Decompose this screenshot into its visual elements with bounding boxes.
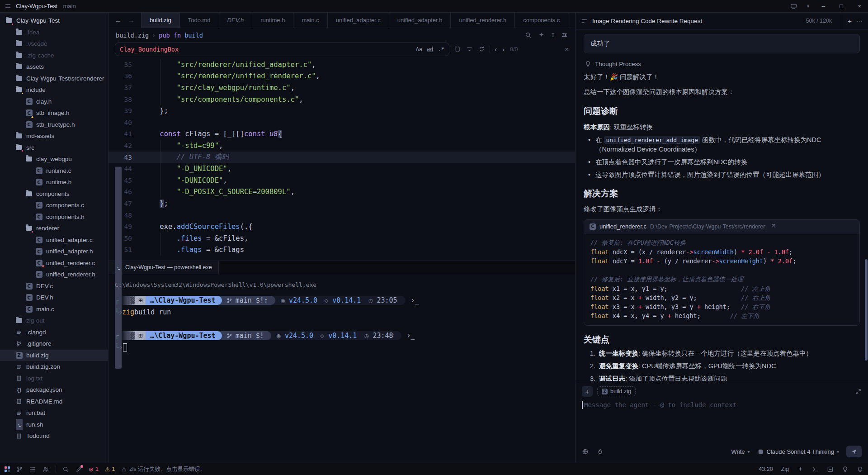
warning-count[interactable]: ⚠1 [105, 466, 115, 473]
terminal-toggle-icon[interactable] [812, 466, 819, 473]
match-case-icon[interactable]: Aa [416, 46, 422, 52]
tree-item-.clangd[interactable]: .clangd [0, 327, 108, 338]
search-icon[interactable] [62, 466, 69, 473]
code-line-36[interactable]: 36 "src/renderer/unified_renderer.c", [108, 71, 575, 82]
history-icon[interactable] [581, 18, 588, 24]
tree-item-unified-adapter.h[interactable]: Cunified_adapter.h [0, 246, 108, 257]
code-line-43[interactable]: 43 // UTF-8 编码 [108, 152, 575, 163]
titlebar-branch-name[interactable]: main [63, 3, 75, 10]
regex-icon[interactable]: .* [438, 46, 444, 52]
tree-item-components[interactable]: components [0, 188, 108, 200]
tree-item-include[interactable]: include [0, 84, 108, 96]
code-line-47[interactable]: 47 }; [108, 198, 575, 209]
breadcrumb-file[interactable]: build.zig [116, 32, 149, 39]
nav-forward-icon[interactable]: → [128, 16, 135, 24]
tree-item-runtime.h[interactable]: Cruntime.h [0, 176, 108, 188]
code-line-38[interactable]: 38 "src/components/components.c", [108, 94, 575, 105]
code-line-35[interactable]: 35 "src/renderer/unified_adapter.c", [108, 59, 575, 71]
tab-build.zig[interactable]: build.zig [142, 13, 180, 28]
whole-word-icon[interactable]: wd [427, 46, 433, 52]
replace-toggle-icon[interactable] [478, 46, 485, 52]
thread-title[interactable]: Image Rendering Code Rewrite Request [592, 18, 702, 24]
more-options-icon[interactable]: ⋯ [856, 17, 863, 24]
tree-item-src[interactable]: src [0, 142, 108, 154]
thread-messages[interactable]: 成功了 Thought Process 太好了！🎉 问题解决了！总结一下这个图像… [576, 29, 868, 381]
assistant-scrollbar[interactable] [865, 259, 868, 361]
tab-dev.h[interactable]: DEV.h [219, 13, 253, 28]
tree-item-run.sh[interactable]: ›_run.sh [0, 419, 108, 431]
prev-match-icon[interactable]: ‹ [495, 45, 497, 53]
tab-unified_adapter.h[interactable]: unified_adapter.h [389, 13, 451, 28]
terminal-command[interactable]: └› [115, 342, 575, 353]
code-line-41[interactable]: 41 const cFlags = [_][]const u8{ [108, 128, 575, 140]
code-line-42[interactable]: 42 "-std=c99", [108, 140, 575, 152]
tab-unified_renderer.h[interactable]: unified_renderer.h [451, 13, 515, 28]
tree-item-.zig-cache[interactable]: .zig-cache [0, 50, 108, 62]
thought-process-row[interactable]: Thought Process [585, 61, 859, 67]
app-menu-icon[interactable] [5, 3, 11, 10]
expand-composer-icon[interactable] [855, 388, 862, 395]
new-thread-icon[interactable]: + [848, 17, 852, 25]
cursor-position[interactable]: 43:20 [759, 466, 773, 472]
tree-item-clay-wgpu-test-src-renderer[interactable]: Clay-Wgpu-Test\src\renderer [0, 73, 108, 85]
buffer-search-icon[interactable] [525, 32, 532, 38]
error-count[interactable]: ⊗1 [89, 466, 99, 473]
code-line-50[interactable]: 50 .files = &cFiles, [108, 233, 575, 244]
window-maximize-button[interactable]: □ [837, 3, 845, 10]
language-selector[interactable]: Zig [781, 466, 789, 472]
tree-item-dev.h[interactable]: CDEV.h [0, 292, 108, 304]
context-chip-build-zig[interactable]: Z build.zig [597, 386, 636, 396]
text-cursor-icon[interactable]: I [551, 32, 555, 38]
code-line-48[interactable]: 48 [108, 209, 575, 221]
breadcrumb-symbol-kw2[interactable]: fn [174, 32, 181, 39]
tree-item-clay-webgpu[interactable]: clay_webgpu [0, 153, 108, 165]
tree-item-zig-out[interactable]: zig-out [0, 315, 108, 327]
code-line-45[interactable]: 45 "-DUNICODE", [108, 175, 575, 186]
tree-item-run.bat[interactable]: run.bat [0, 407, 108, 419]
tree-item-md-assets[interactable]: md-assets [0, 130, 108, 142]
tree-item-unified-renderer.c[interactable]: C×unified_renderer.c [0, 257, 108, 269]
code-line-37[interactable]: 37 "src/clay_webgpu/runtime.c", [108, 82, 575, 94]
tree-item-stb-image.h[interactable]: C▲stb_image.h [0, 107, 108, 119]
collab-icon[interactable] [42, 466, 49, 473]
tree-item-readme.md[interactable]: README.md [0, 396, 108, 408]
tab-main.c[interactable]: main.c [293, 13, 327, 28]
code-line-51[interactable]: 51 .flags = &cFlags [108, 244, 575, 256]
code-line-46[interactable]: 46 "-D_POSIX_C_SOURCE=200809L", [108, 186, 575, 198]
edit-prediction-icon[interactable] [75, 466, 82, 473]
window-minimize-button[interactable]: – [819, 3, 827, 10]
code-line-44[interactable]: 44 "-D_UNICODE", [108, 163, 575, 175]
assistant-toggle-icon[interactable] [842, 466, 849, 473]
tab-components.c[interactable]: components.c [515, 13, 568, 28]
tree-item-dev.c[interactable]: CDEV.c [0, 280, 108, 292]
tree-item-build.zig[interactable]: Zbuild.zig [0, 350, 108, 361]
search-input[interactable]: Clay_BoundingBox Aa wd .* [115, 43, 449, 56]
tree-item-unified-renderer.h[interactable]: Cunified_renderer.h [0, 269, 108, 280]
titlebar-project-name[interactable]: Clay-Wgpu-Test [16, 3, 57, 10]
tree-item-.gitignore[interactable]: .gitignore [0, 338, 108, 350]
code-line-40[interactable]: 40 [108, 117, 575, 128]
terminal-command[interactable]: └›zig build run [115, 306, 575, 318]
tab-todo.md[interactable]: Todo.md [180, 13, 219, 28]
tree-item-renderer[interactable]: renderer [0, 223, 108, 234]
tree-item-log.txt[interactable]: log.txt [0, 373, 108, 385]
agent-message-input[interactable]: Message the agent - @ to include context [582, 401, 862, 441]
tree-item-stb-truetype.h[interactable]: Cstb_truetype.h [0, 119, 108, 131]
tree-item-clay-wgpu-test[interactable]: Clay-Wgpu-Test [0, 15, 108, 27]
close-search-icon[interactable]: × [565, 45, 569, 53]
code-line-39[interactable]: 39 }; [108, 105, 575, 117]
search-in-selection-icon[interactable] [454, 46, 461, 52]
tree-item-runtime.c[interactable]: Cruntime.c [0, 165, 108, 177]
code-editor[interactable]: 35 "src/renderer/unified_adapter.c",36 "… [108, 59, 575, 261]
tab-runtime.h[interactable]: runtime.h [252, 13, 293, 28]
next-match-icon[interactable]: › [502, 45, 505, 53]
chevron-down-icon[interactable]: ▾ [807, 4, 809, 9]
terminal-output[interactable]: C:\Windows\System32\WindowsPowerShell\v1… [108, 274, 575, 463]
window-close-button[interactable]: × [855, 3, 863, 10]
inline-completion-icon[interactable] [797, 466, 804, 473]
tree-item-todo.md[interactable]: Todo.md [0, 430, 108, 442]
tree-item-clay.h[interactable]: Cclay.h [0, 96, 108, 108]
project-icon[interactable] [5, 466, 10, 472]
model-selector[interactable]: Claude Sonnet 4 Thinking▾ [757, 448, 839, 455]
tree-item-components.h[interactable]: Ccomponents.h [0, 211, 108, 223]
